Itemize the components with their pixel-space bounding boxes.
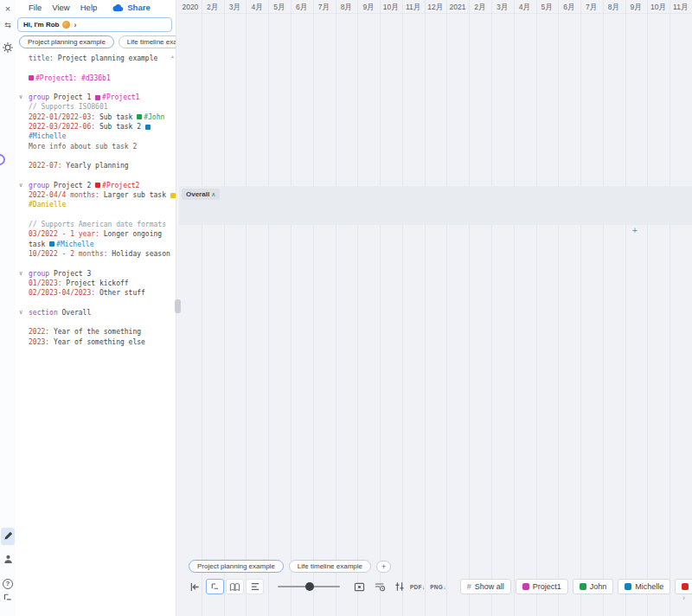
- download-pdf-button[interactable]: PDF↓: [410, 584, 425, 590]
- editor-line[interactable]: [16, 259, 176, 268]
- assistant-input[interactable]: Hi, I'm Rob ›: [17, 17, 172, 32]
- editor-line[interactable]: 2022-03/2022-06: Sub task 2: [16, 122, 176, 132]
- tag-color-swatch: [522, 583, 529, 590]
- gear-icon[interactable]: [0, 42, 16, 54]
- menu-item-file[interactable]: File: [29, 3, 42, 12]
- tag-color-swatch: [170, 193, 176, 198]
- editor-line[interactable]: 2022-01/2022-03: Sub task #John: [16, 112, 176, 122]
- autocenter-button[interactable]: [350, 579, 368, 594]
- editor-line[interactable]: ∨section Overall: [16, 308, 176, 318]
- editor-line[interactable]: task #Michelle: [16, 240, 176, 249]
- chevron-down-icon[interactable]: ∨: [19, 269, 22, 279]
- zoom-slider[interactable]: [278, 579, 340, 594]
- legend-project1[interactable]: Project1: [516, 579, 568, 594]
- editor-line[interactable]: 2022-04/4 months: Larger sub task: [16, 190, 176, 200]
- legend-john[interactable]: John: [573, 579, 614, 594]
- grid-line: [670, 0, 670, 616]
- editor-line[interactable]: [16, 83, 176, 93]
- code-token: 01/2023:: [29, 279, 62, 287]
- editor-line[interactable]: title: Project planning example: [16, 54, 176, 63]
- peek-avatar-badge[interactable]: [0, 154, 5, 165]
- section-overall-chip[interactable]: Overall∧: [182, 189, 220, 200]
- help-icon[interactable]: ?: [0, 574, 16, 589]
- code-token: group: [29, 93, 54, 101]
- undo-redo-icon[interactable]: ⇆: [0, 21, 16, 29]
- tab-project-planning-example[interactable]: Project planning example: [189, 560, 284, 573]
- hash-icon: #: [467, 582, 471, 591]
- view-timeline-button[interactable]: [206, 579, 224, 594]
- panel-resize-divider[interactable]: [176, 0, 179, 616]
- editor-line[interactable]: [16, 298, 176, 307]
- editor-line[interactable]: ∨group Project 3: [16, 269, 176, 279]
- editor-line[interactable]: #Michelle: [16, 132, 176, 141]
- editor-line[interactable]: [16, 210, 176, 220]
- menu-item-view[interactable]: View: [52, 3, 69, 12]
- close-icon[interactable]: ×: [0, 3, 16, 14]
- tag-color-swatch: [95, 183, 100, 188]
- tag-color-swatch: [625, 583, 631, 590]
- month-label: 6月: [291, 0, 313, 13]
- go-to-start-button[interactable]: [186, 579, 204, 594]
- settings-sliders-icon[interactable]: [390, 579, 408, 594]
- legend-michelle[interactable]: Michelle: [618, 579, 670, 594]
- month-label: 9月: [625, 0, 647, 13]
- legend-project2[interactable]: Project2: [675, 579, 692, 594]
- tab-life-timeline-example[interactable]: Life timeline example: [119, 35, 176, 48]
- code-token: Project 3: [54, 270, 91, 278]
- view-map-button[interactable]: [226, 579, 244, 594]
- divider-drag-handle[interactable]: [175, 299, 181, 313]
- tab-life-timeline-example[interactable]: Life timeline example: [289, 560, 371, 573]
- zoom-slider-thumb[interactable]: [305, 582, 314, 591]
- editor-line[interactable]: ∨group Project 2 #Project2: [16, 181, 176, 190]
- grid-line: [380, 0, 381, 616]
- share-button[interactable]: Share: [112, 3, 150, 12]
- profile-icon[interactable]: [0, 554, 16, 565]
- editor-line[interactable]: 01/2023: Project kickoff: [16, 279, 176, 288]
- legend-show-all[interactable]: #Show all: [460, 579, 511, 594]
- editor-line[interactable]: // Supports American date formats: [16, 220, 176, 229]
- code-token: #Project2: [102, 182, 139, 189]
- chevron-down-icon[interactable]: ∨: [19, 308, 22, 318]
- editor-line[interactable]: More info about sub task 2: [16, 142, 176, 151]
- download-icon: ↓: [444, 585, 446, 590]
- editor-line[interactable]: #Danielle: [16, 200, 176, 209]
- chevron-down-icon[interactable]: ∨: [19, 93, 22, 102]
- edit-pencil-icon[interactable]: [1, 528, 15, 545]
- editor-line[interactable]: [16, 63, 176, 73]
- code-token: More info about sub task 2: [29, 143, 137, 151]
- timeline-view[interactable]: Overall∧ 20202月3月4月5月6月7月8月9月10月11月12月20…: [179, 0, 692, 616]
- code-token: #Project1: [102, 93, 139, 101]
- editor-line[interactable]: [16, 171, 176, 181]
- editor-line[interactable]: 02/2023-04/2023: Other stuff: [16, 288, 176, 298]
- editor-line[interactable]: #Project1: #d336b1: [16, 74, 176, 83]
- editor-line[interactable]: 2022: Year of the something: [16, 327, 176, 337]
- editor-line[interactable]: 2022-07: Yearly planning: [16, 161, 176, 170]
- tag-color-swatch: [49, 241, 54, 247]
- tab-project-planning-example[interactable]: Project planning example: [19, 35, 114, 48]
- add-tab-button[interactable]: +: [376, 561, 391, 573]
- view-list-button[interactable]: [246, 579, 264, 594]
- collapse-icon: ∧: [211, 191, 215, 197]
- editor-line[interactable]: [16, 318, 176, 327]
- editor-line[interactable]: ∨group Project 1 #Project1: [16, 93, 176, 102]
- filter-untagged-button[interactable]: [370, 579, 388, 594]
- markwhen-code-editor[interactable]: title: Project planning example#Project1…: [16, 54, 176, 616]
- editor-line[interactable]: 10/2022 - 2 months: Holiday season: [16, 249, 176, 259]
- editor-scroll-up-arrow[interactable]: ▲: [170, 54, 175, 59]
- tag-color-swatch: [682, 583, 689, 590]
- outline-tree-icon[interactable]: [0, 592, 16, 603]
- chevron-down-icon[interactable]: ∨: [19, 181, 22, 190]
- app-window: × ⇆ ?: [0, 0, 692, 616]
- editor-line[interactable]: // Supports ISO8601: [16, 102, 176, 112]
- scroll-right-arrow[interactable]: ›: [682, 594, 685, 602]
- editor-line[interactable]: 03/2022 - 1 year: Longer ongoing: [16, 229, 176, 239]
- editor-line[interactable]: [16, 151, 176, 161]
- month-label: 2021: [446, 0, 469, 13]
- download-png-button[interactable]: PNG↓: [430, 584, 445, 590]
- grid-line: [357, 0, 358, 616]
- month-label: 9月: [357, 0, 380, 13]
- editor-line[interactable]: 2023: Year of something else: [16, 337, 176, 347]
- menu-item-help[interactable]: Help: [80, 3, 98, 12]
- grid-line: [224, 0, 225, 616]
- add-event-plus-icon[interactable]: +: [632, 226, 638, 235]
